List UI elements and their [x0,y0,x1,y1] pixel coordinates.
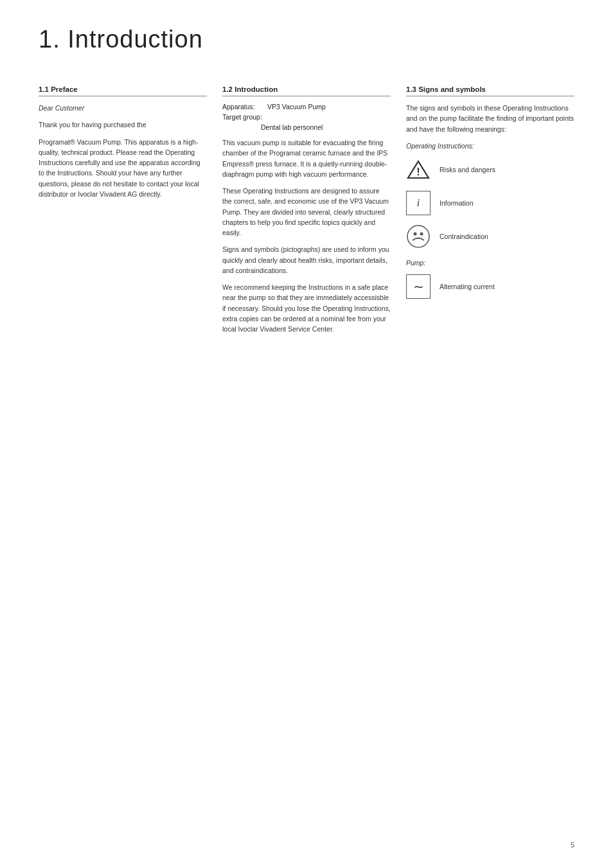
preface-heading: 1.1 Preface [39,85,207,96]
page-number: 5 [571,841,574,849]
triangle-svg: ! [407,159,430,180]
alternating-current-symbol-row: ∼ Alternating current [406,274,574,299]
information-label: Information [440,199,474,207]
svg-point-2 [407,226,429,247]
risks-label: Risks and dangers [440,166,495,173]
introduction-column: 1.2 Introduction Apparatus: VP3 Vacuum P… [222,85,406,341]
contra-svg [406,224,431,249]
alternating-current-icon: ∼ [406,274,431,299]
info-icon: i [406,191,431,215]
intro-para-3: Signs and symbols (pictographs) are used… [222,244,391,276]
target-label: Target group: [222,113,267,121]
svg-text:!: ! [416,166,420,177]
introduction-heading: 1.2 Introduction [222,85,391,96]
contraindication-icon [406,224,431,249]
page-title: 1. Introduction [39,26,574,53]
preface-para-2: Programat® Vacuum Pump. This apparatus i… [39,137,207,200]
signs-heading: 1.3 Signs and symbols [406,85,574,96]
apparatus-row: Apparatus: VP3 Vacuum Pump [222,103,391,111]
preface-column: 1.1 Preface Dear Customer Thank you for … [39,85,222,206]
apparatus-label: Apparatus: [222,103,267,111]
main-content: 1.1 Preface Dear Customer Thank you for … [39,85,574,341]
svg-point-3 [414,233,417,236]
contraindication-label: Contraindication [440,233,488,240]
intro-para-1: This vacuum pump is suitable for evacuat… [222,137,391,179]
preface-para-1: Thank you for having purchased the [39,120,207,130]
risks-symbol-row: ! Risks and dangers [406,157,574,182]
signs-intro: The signs and symbols in these Operating… [406,103,574,134]
pump-label: Pump: [406,258,574,268]
signs-column: 1.3 Signs and symbols The signs and symb… [406,85,574,308]
target-value: Dental lab personnel [222,123,391,131]
intro-para-2: These Operating Instructions are designe… [222,186,391,238]
intro-para-4: We recommend keeping the Instructions in… [222,282,391,334]
alternating-current-label: Alternating current [440,283,495,290]
operating-instructions-label: Operating Instructions: [406,141,574,151]
apparatus-value: VP3 Vacuum Pump [267,103,326,111]
salutation: Dear Customer [39,103,207,113]
svg-point-4 [420,233,423,236]
target-group-row: Target group: [222,113,391,121]
information-symbol-row: i Information [406,191,574,215]
warning-triangle-icon: ! [406,157,431,182]
contraindication-symbol-row: Contraindication [406,224,574,249]
